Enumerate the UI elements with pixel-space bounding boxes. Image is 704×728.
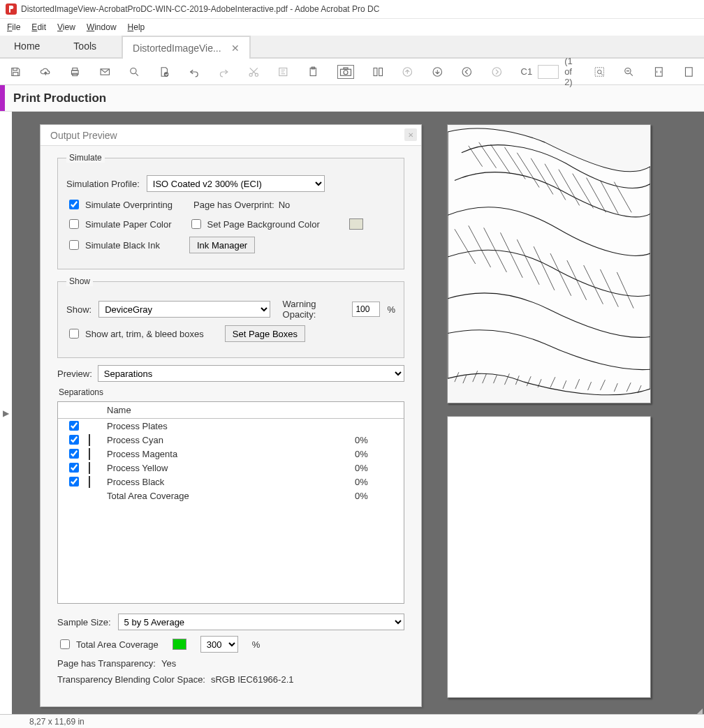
page-thumbnail-2[interactable] xyxy=(447,416,651,698)
text-edit-icon[interactable] xyxy=(277,64,289,80)
page-previews xyxy=(447,124,651,707)
page-overprint-label: Page has Overprint: xyxy=(193,200,274,210)
dialog-resizer[interactable] xyxy=(694,706,703,714)
sep-row-pct: 0% xyxy=(355,491,404,501)
left-gutter[interactable]: ▶ xyxy=(0,112,12,714)
sim-overprinting-checkbox[interactable]: Simulate Overprinting xyxy=(66,198,173,211)
ink-manager-button[interactable]: Ink Manager xyxy=(189,237,255,253)
back-arrow-icon[interactable] xyxy=(461,64,473,80)
close-icon[interactable]: ✕ xyxy=(231,43,240,54)
forward-arrow-icon[interactable] xyxy=(491,64,503,80)
cloud-icon[interactable] xyxy=(40,64,52,80)
svg-rect-18 xyxy=(379,68,382,75)
svg-rect-4 xyxy=(73,68,78,70)
svg-rect-26 xyxy=(655,67,662,75)
svg-point-24 xyxy=(597,70,601,74)
page-input[interactable] xyxy=(538,65,559,79)
preview-select[interactable]: Separations xyxy=(98,365,404,382)
search-icon[interactable] xyxy=(129,64,140,80)
panel-title: Print Production xyxy=(13,91,106,105)
undo-icon[interactable] xyxy=(189,64,200,80)
set-page-boxes-button[interactable]: Set Page Boxes xyxy=(225,325,305,342)
tac-value-input[interactable]: 300 xyxy=(200,636,238,653)
sep-row-checkbox[interactable] xyxy=(69,435,79,445)
menu-help[interactable]: Help xyxy=(128,22,145,32)
separation-row[interactable]: Process Plates xyxy=(58,419,404,433)
sep-row-pct: 0% xyxy=(355,449,404,459)
separation-row[interactable]: Process Yellow0% xyxy=(58,461,404,475)
warning-opacity-input[interactable] xyxy=(352,302,380,317)
separations-header: Name xyxy=(58,402,404,419)
content-area: ▶ Output Preview ✕ Simulate Simulation P… xyxy=(0,112,704,714)
cut-icon[interactable] xyxy=(248,64,260,80)
page-total: (1 of 2) xyxy=(564,56,575,87)
mail-icon[interactable] xyxy=(99,64,111,80)
two-page-icon[interactable] xyxy=(372,64,384,80)
down-arrow-icon[interactable] xyxy=(432,64,443,80)
transparency-label: Page has Transparency: xyxy=(57,658,156,669)
show-select[interactable]: DeviceGray xyxy=(98,301,270,318)
fit-page-icon[interactable] xyxy=(653,64,665,80)
svg-point-21 xyxy=(462,67,471,75)
app-icon xyxy=(6,3,17,15)
panel-header: Print Production xyxy=(0,85,704,112)
tac-pct: % xyxy=(252,639,261,650)
marquee-zoom-icon[interactable] xyxy=(594,64,606,80)
svg-point-15 xyxy=(344,70,348,74)
page-check-icon[interactable] xyxy=(159,64,170,80)
up-arrow-icon[interactable] xyxy=(402,64,413,80)
title-bar: DistortedImageView-AcrobatProDC-WIN-CC-2… xyxy=(0,0,704,19)
sep-row-name: Process Yellow xyxy=(107,463,355,473)
page-thumbnail-1[interactable] xyxy=(447,124,651,403)
sep-row-name: Process Plates xyxy=(107,421,355,431)
sep-row-checkbox[interactable] xyxy=(69,449,79,459)
clipboard-icon[interactable] xyxy=(307,64,319,80)
sep-row-name: Process Magenta xyxy=(107,449,355,459)
sep-row-checkbox[interactable] xyxy=(69,421,79,431)
separation-row[interactable]: Process Black0% xyxy=(58,475,404,489)
page-indicator: C1 (1 of 2) xyxy=(521,56,575,87)
show-art-trim-checkbox[interactable]: Show art, trim, & bleed boxes xyxy=(66,327,204,341)
sep-row-pct: 0% xyxy=(355,477,404,487)
tab-home[interactable]: Home xyxy=(6,34,48,57)
document-area: Output Preview ✕ Simulate Simulation Pro… xyxy=(12,112,704,714)
tac-color-swatch[interactable] xyxy=(173,639,186,650)
sep-row-checkbox[interactable] xyxy=(69,463,79,473)
tab-file[interactable]: DistortedImageVie... ✕ xyxy=(122,36,251,59)
blend-cs-label: Transparency Blending Color Space: xyxy=(57,674,205,685)
status-dimensions: 8,27 x 11,69 in xyxy=(29,717,85,727)
set-page-bg-checkbox[interactable]: Set Page Background Color xyxy=(189,217,320,231)
menu-edit[interactable]: Edit xyxy=(31,22,46,32)
tac-checkbox[interactable]: Total Area Coverage xyxy=(57,637,159,651)
svg-rect-27 xyxy=(685,67,692,75)
sep-row-pct: 0% xyxy=(355,463,404,473)
svg-rect-1 xyxy=(13,68,17,70)
dialog-close-button[interactable]: ✕ xyxy=(404,128,417,141)
separation-row[interactable]: Process Cyan0% xyxy=(58,433,404,447)
separation-row[interactable]: Process Magenta0% xyxy=(58,447,404,461)
sample-size-select[interactable]: 5 by 5 Average xyxy=(118,614,404,630)
separation-row[interactable]: Total Area Coverage0% xyxy=(58,489,404,503)
redo-icon[interactable] xyxy=(218,64,230,80)
fit-width-icon[interactable] xyxy=(683,64,695,80)
bg-color-swatch[interactable] xyxy=(349,218,363,230)
sep-row-pct: 0% xyxy=(355,435,404,445)
tab-tools[interactable]: Tools xyxy=(65,34,105,57)
menu-window[interactable]: Window xyxy=(87,22,117,32)
snapshot-icon[interactable] xyxy=(337,65,354,79)
zoom-out-icon[interactable] xyxy=(623,64,635,80)
color-swatch xyxy=(89,448,90,460)
tab-bar: Home Tools DistortedImageVie... ✕ xyxy=(0,36,704,59)
dialog-titlebar[interactable]: Output Preview ✕ xyxy=(41,125,421,146)
menu-bar: File Edit View Window Help xyxy=(0,19,704,36)
dialog-body: Simulate Simulation Profile: ISO Coated … xyxy=(41,146,421,700)
menu-view[interactable]: View xyxy=(57,22,75,32)
menu-file[interactable]: File xyxy=(7,22,20,32)
sim-paper-color-checkbox[interactable]: Simulate Paper Color xyxy=(66,217,172,231)
sep-row-checkbox[interactable] xyxy=(69,477,79,486)
window-title: DistortedImageView-AcrobatProDC-WIN-CC-2… xyxy=(21,4,379,14)
print-icon[interactable] xyxy=(69,64,81,80)
sim-profile-select[interactable]: ISO Coated v2 300% (ECI) xyxy=(147,175,325,192)
sim-black-ink-checkbox[interactable]: Simulate Black Ink xyxy=(66,238,160,252)
save-icon[interactable] xyxy=(10,64,22,80)
